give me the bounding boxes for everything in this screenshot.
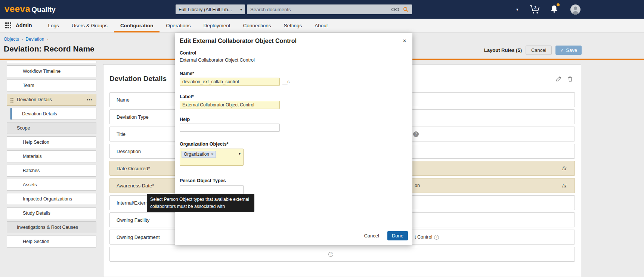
sidebar-item-team[interactable]: Team — [7, 80, 96, 91]
label-field[interactable] — [180, 101, 280, 109]
info-icon[interactable]: i — [328, 252, 333, 257]
modal-title: Edit External Collaborator Object Contro… — [180, 38, 297, 44]
organization-objects-label: Organization Objects* — [180, 141, 408, 147]
tab-connections[interactable]: Connections — [236, 19, 277, 32]
sidebar-header-investigations-root-causes[interactable]: Investigations & Root Causes — [7, 221, 96, 233]
chevron-down-icon: ▾ — [516, 7, 518, 12]
remove-tag-icon[interactable]: × — [211, 152, 214, 157]
tab-deployment[interactable]: Deployment — [197, 19, 236, 32]
sidebar-item-batches[interactable]: Batches — [7, 165, 96, 177]
breadcrumb-objects[interactable]: Objects — [4, 37, 19, 42]
notification-badge — [557, 3, 560, 6]
organization-objects-multiselect[interactable]: Organization × ▾ — [180, 149, 244, 166]
notifications-bell-icon[interactable] — [550, 0, 558, 19]
tab-users-groups[interactable]: Users & Groups — [65, 19, 114, 32]
label-label: Label* — [180, 94, 408, 99]
edit-pencil-icon[interactable] — [556, 76, 561, 82]
section-title: Deviation Details — [109, 75, 167, 83]
veeva-quality-app: veeva Quality Full Library (All Full Lib… — [0, 0, 644, 277]
topbar: veeva Quality Full Library (All Full Lib… — [0, 0, 644, 19]
veeva-logo-text: veeva — [4, 4, 30, 14]
partial-text-fragment: t Control i — [415, 234, 439, 240]
drag-handle-icon[interactable] — [10, 98, 13, 103]
name-field[interactable] — [180, 78, 280, 86]
modal-cancel-button[interactable]: Cancel — [364, 233, 379, 239]
tab-about[interactable]: About — [308, 19, 334, 32]
user-avatar[interactable] — [570, 0, 580, 19]
sidebar-item-help-section-2[interactable]: Help Section — [7, 236, 96, 248]
chevron-down-icon: ▾ — [240, 7, 242, 12]
tab-logs[interactable]: Logs — [42, 19, 65, 32]
formula-fx-icon: fx — [562, 183, 566, 189]
admin-navbar: Admin Logs Users & Groups Configuration … — [0, 19, 644, 32]
layout-sections-sidebar: Workflow Timeline Team Deviation Details… — [7, 61, 96, 250]
actions-dropdown-icon[interactable]: ▾ — [516, 0, 518, 19]
sidebar-item-partial — [7, 61, 96, 63]
name-label: Name* — [180, 71, 408, 76]
breadcrumb: Objects › Deviation › — [4, 37, 48, 42]
name-suffix: __c — [282, 79, 290, 84]
sidebar-item-deviation-details-selected[interactable]: Deviation Details ••• — [7, 94, 96, 106]
partial-text-fragment: i — [328, 252, 333, 257]
sidebar-subitem-deviation-details[interactable]: Deviation Details — [10, 108, 96, 120]
library-scope-dropdown[interactable]: Full Library (All Full Lib... ▾ — [176, 4, 245, 14]
app-grid-icon[interactable] — [5, 22, 11, 28]
cancel-button[interactable]: Cancel — [526, 46, 552, 55]
control-value: External Collaborator Object Control — [180, 57, 408, 63]
formula-fx-icon: fx — [562, 166, 566, 171]
veeva-quality-logo[interactable]: veeva Quality — [4, 4, 56, 14]
admin-label: Admin — [16, 22, 32, 28]
page-title: Deviation: Record Name — [4, 44, 95, 53]
tab-settings[interactable]: Settings — [278, 19, 309, 32]
product-name: Quality — [31, 6, 55, 14]
info-icon[interactable]: i — [434, 235, 439, 240]
person-object-types-label: Person Object Types — [180, 178, 408, 183]
sidebar-item-assets[interactable]: Assets — [7, 179, 96, 191]
breadcrumb-separator-icon: › — [22, 37, 23, 41]
edit-object-control-modal: Edit External Collaborator Object Contro… — [175, 33, 412, 245]
tab-configuration[interactable]: Configuration — [114, 19, 160, 32]
layout-rules-link[interactable]: Layout Rules (5) — [484, 47, 522, 53]
field-row-partial[interactable]: i — [109, 247, 575, 262]
close-icon[interactable]: × — [403, 38, 406, 44]
help-icon[interactable]: ? — [413, 131, 419, 137]
help-label: Help — [180, 117, 408, 122]
save-button[interactable]: ✓ Save — [555, 46, 582, 55]
person-object-types-tooltip: Select Person Object types that availabl… — [147, 194, 254, 212]
library-scope-value: Full Library (All Full Lib... — [179, 7, 232, 12]
partial-text-fragment: on — [415, 183, 420, 188]
search-placeholder: Search documents — [250, 7, 387, 12]
breadcrumb-deviation[interactable]: Deviation — [25, 37, 44, 42]
sidebar-item-workflow-timeline[interactable]: Workflow Timeline — [7, 65, 96, 77]
check-icon: ✓ — [560, 47, 564, 53]
sidebar-item-materials[interactable]: Materials — [7, 150, 96, 162]
trash-icon[interactable] — [568, 76, 573, 82]
sidebar-item-help-section[interactable]: Help Section — [7, 136, 96, 148]
chevron-down-icon[interactable]: ▾ — [239, 152, 241, 156]
tab-operations[interactable]: Operations — [160, 19, 197, 32]
binoculars-icon[interactable] — [391, 7, 399, 12]
sidebar-header-scope[interactable]: Scope — [7, 122, 96, 134]
cart-count: 3 — [534, 5, 536, 10]
search-input[interactable]: Search documents — [247, 4, 412, 14]
done-button[interactable]: Done — [387, 231, 408, 240]
search-icon[interactable] — [403, 7, 409, 12]
more-options-icon[interactable]: ••• — [87, 97, 92, 102]
cart-icon[interactable]: 3 — [529, 0, 541, 19]
control-label: Control — [180, 50, 408, 56]
sidebar-item-impacted-organizations[interactable]: Impacted Organizations — [7, 193, 96, 205]
sidebar-item-study-details[interactable]: Study Details — [7, 207, 96, 219]
organization-tag: Organization × — [182, 151, 216, 158]
help-field[interactable] — [180, 124, 280, 132]
nav-tabs: Logs Users & Groups Configuration Operat… — [42, 19, 334, 32]
breadcrumb-separator-icon: › — [47, 37, 48, 41]
